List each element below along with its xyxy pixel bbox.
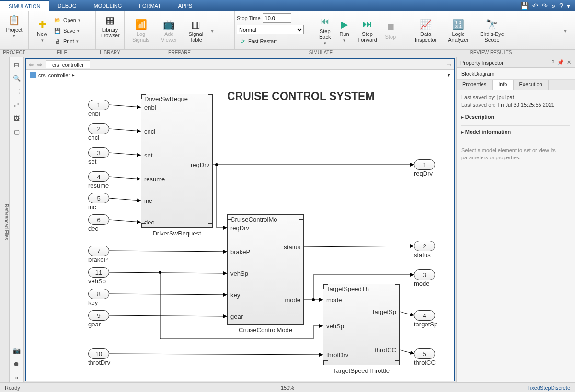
step-forward-button[interactable]: ⏭Step Forward	[354, 13, 380, 47]
review-dropdown[interactable]: ▾	[564, 27, 571, 34]
nav-forward-icon[interactable]: ⇨	[37, 61, 42, 68]
diagram-canvas[interactable]: CRUISE CONTROL SYSTEM 1enbl2cncl3set4res…	[26, 80, 454, 381]
nav-back-icon[interactable]: ⇦	[29, 61, 34, 68]
svg-marker-5	[137, 220, 141, 224]
palette-fit-icon[interactable]: ⛶	[12, 86, 22, 97]
block-TargetSpeedThrottle[interactable]: TargetSpeedThmodevehSpthrotDrvtargetSpth…	[323, 284, 400, 365]
model-tab[interactable]: crs_controller	[46, 60, 90, 68]
inport-inc[interactable]: 5	[88, 193, 109, 203]
project-icon: 📋	[9, 14, 20, 26]
print-button[interactable]: 🖨Print	[52, 36, 82, 46]
inspector-hint: Select a model element to set or view it…	[461, 147, 570, 162]
inport-resume[interactable]: 4	[88, 171, 109, 182]
save-button[interactable]: 💾Save	[52, 26, 82, 35]
library-browser-button[interactable]: ▦Library Browser	[100, 13, 120, 39]
inport-cncl[interactable]: 2	[88, 123, 109, 134]
outport-mode[interactable]: 3	[414, 269, 435, 280]
svg-point-18	[312, 298, 315, 301]
more-icon[interactable]: »	[552, 2, 555, 10]
palette-snapshot-icon[interactable]: 📷	[12, 345, 22, 356]
inport-gear[interactable]: 9	[88, 310, 109, 321]
svg-marker-20	[410, 313, 414, 316]
outport-reqDrv[interactable]: 1	[414, 159, 435, 170]
group-project-label: PROJECT	[0, 50, 29, 57]
project-button[interactable]: 📋Project	[4, 13, 24, 39]
palette-arrows-icon[interactable]: ⇄	[12, 100, 22, 110]
block-CruiseControlMode[interactable]: CruiseControlMoreqDrvbrakePvehSpkeygears…	[227, 214, 304, 325]
outport-throtCC[interactable]: 5	[414, 348, 435, 359]
outport-status[interactable]: 2	[414, 241, 435, 251]
prepare-dropdown[interactable]: ▾	[211, 27, 214, 34]
svg-marker-3	[137, 177, 141, 180]
tab-modeling[interactable]: MODELING	[85, 0, 131, 11]
inport-throtDrv[interactable]: 10	[88, 348, 109, 359]
sim-mode-select[interactable]: Normal	[237, 25, 304, 34]
tab-format[interactable]: FORMAT	[130, 0, 170, 11]
svg-marker-0	[137, 105, 141, 109]
referenced-files-strip[interactable]: Referenced Files	[0, 57, 10, 382]
inport-brakeP[interactable]: 7	[88, 246, 109, 256]
svg-marker-16	[410, 244, 414, 248]
palette-expand-icon[interactable]: »	[12, 372, 22, 382]
tab-simulation[interactable]: SIMULATION	[0, 0, 49, 11]
inport-label: enbl	[88, 110, 100, 117]
inspector-tab-info[interactable]: Info	[493, 80, 513, 90]
save-icon[interactable]: 💾	[520, 2, 529, 10]
undo-icon[interactable]: ↶	[532, 2, 538, 10]
new-button[interactable]: ✚New	[33, 13, 52, 47]
inspector-description[interactable]: Description	[461, 111, 570, 123]
titlebar-actions: 💾 ↶ ↷ » ? ▾	[520, 0, 575, 11]
breadcrumb-dropdown-icon[interactable]: ▾	[448, 72, 450, 78]
saved-on-label: Last saved on:	[461, 102, 496, 108]
outport-targetSp[interactable]: 4	[414, 310, 435, 321]
outport-label: targetSp	[414, 321, 437, 328]
inport-key[interactable]: 8	[88, 289, 109, 299]
inspector-close-icon[interactable]: ✕	[567, 59, 571, 66]
stop-time-label: Stop Time	[237, 15, 261, 21]
inport-vehSp[interactable]: 11	[88, 267, 109, 278]
birdseye-button[interactable]: 🔭Bird's-Eye Scope	[476, 13, 508, 47]
run-button[interactable]: ▶Run	[334, 13, 354, 47]
palette-hide-icon[interactable]: ⊟	[12, 59, 22, 70]
inport-label: cncl	[88, 134, 99, 141]
logic-analyzer-button[interactable]: 🔢Logic Analyzer	[444, 13, 472, 47]
fast-restart-button[interactable]: ⟳Fast Restart	[237, 36, 309, 46]
status-zoom[interactable]: 150%	[281, 385, 294, 391]
palette-zoom-icon[interactable]: 🔍	[12, 73, 22, 83]
birdseye-icon: 🔭	[486, 19, 498, 30]
inspector-help-icon[interactable]: ?	[552, 59, 554, 66]
main-tabstrip: SIMULATION DEBUG MODELING FORMAT APPS 💾 …	[0, 0, 575, 11]
print-icon: 🖨	[54, 37, 61, 45]
inport-set[interactable]: 3	[88, 147, 109, 158]
tab-debug[interactable]: DEBUG	[49, 0, 85, 11]
signal-table-button[interactable]: ▥Signal Table	[185, 13, 207, 47]
tab-close-icon[interactable]: ▭	[446, 61, 451, 68]
inspector-model-info[interactable]: Model information	[461, 125, 570, 137]
add-viewer-button[interactable]: 📺Add Viewer	[157, 13, 181, 47]
data-inspector-button[interactable]: 📈Data Inspector	[411, 13, 440, 47]
logic-icon: 🔢	[453, 19, 464, 30]
step-back-button[interactable]: ⏮Step Back	[315, 13, 334, 47]
palette-record-icon[interactable]: ⏺	[12, 358, 22, 369]
block-DriverSwRequest[interactable]: DriverSwRequeenblcnclsetresumeincdecreqD…	[141, 94, 213, 228]
palette-box-icon[interactable]: ▢	[12, 126, 22, 137]
status-solver[interactable]: FixedStepDiscrete	[527, 385, 570, 391]
breadcrumb[interactable]: crs_controller▸ ▾	[26, 70, 454, 80]
stop-button[interactable]: ⏹Stop	[381, 13, 400, 47]
inspector-tab-execution[interactable]: Execution	[514, 80, 549, 90]
redo-icon[interactable]: ↷	[542, 2, 548, 10]
stop-time-input[interactable]	[263, 13, 291, 23]
tab-apps[interactable]: APPS	[170, 0, 201, 11]
inport-enbl[interactable]: 1	[88, 100, 109, 110]
inspector-tab-properties[interactable]: Properties	[457, 80, 493, 90]
open-button[interactable]: 📂Open	[52, 15, 82, 25]
inspector-title: Property Inspector	[460, 60, 504, 66]
help-icon[interactable]: ?	[559, 2, 563, 10]
inspector-pin-icon[interactable]: 📌	[557, 59, 564, 66]
svg-marker-11	[223, 293, 227, 297]
group-prepare-label: PREPARE	[125, 50, 235, 57]
inport-dec[interactable]: 6	[88, 214, 109, 225]
palette-image-icon[interactable]: 🖼	[12, 113, 22, 123]
log-signals-button[interactable]: 📶Log Signals	[128, 13, 153, 47]
menu-icon[interactable]: ▾	[567, 2, 570, 10]
